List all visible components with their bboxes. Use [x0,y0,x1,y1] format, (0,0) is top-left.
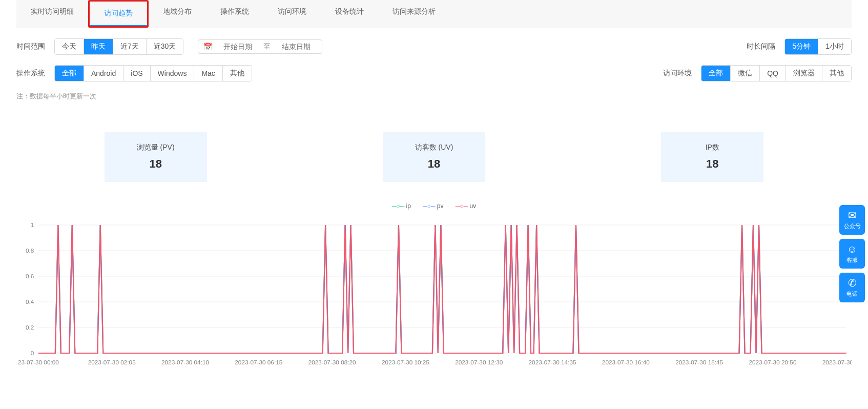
wechat-icon: ✉ [848,210,857,220]
time-range-btn-0[interactable]: 今天 [55,39,84,54]
svg-text:0.2: 0.2 [26,324,34,331]
date-end-input[interactable] [276,42,317,51]
tab-2[interactable]: 地域分布 [149,0,206,28]
svg-text:2023-07-30 14:35: 2023-07-30 14:35 [529,359,576,365]
interval-group: 5分钟1小时 [784,38,852,55]
stat-ip: IP数 18 [661,132,763,182]
tab-0[interactable]: 实时访问明细 [16,0,88,28]
tab-5[interactable]: 设备统计 [321,0,378,28]
time-range-label: 时间范围 [16,42,45,51]
legend-ip[interactable]: ─○─ ip [392,202,412,210]
interval-label: 时长间隔 [747,42,775,51]
env-btn-3[interactable]: 浏览器 [786,66,822,81]
tab-3[interactable]: 操作系统 [206,0,263,28]
stat-pv-value: 18 [110,157,202,171]
env-btn-0[interactable]: 全部 [701,66,731,81]
time-range-btn-2[interactable]: 近7天 [113,39,147,54]
env-btn-1[interactable]: 微信 [731,66,760,81]
svg-text:0.8: 0.8 [26,248,34,254]
svg-text:2023-07-30 10:25: 2023-07-30 10:25 [382,359,429,365]
interval-btn-1[interactable]: 1小时 [818,39,851,54]
date-range-picker[interactable]: 📅 至 [198,39,322,54]
svg-text:0: 0 [31,350,34,356]
tab-4[interactable]: 访问环境 [263,0,321,28]
float-kf-button[interactable]: ☺ 客服 [839,239,865,269]
stat-row: 浏览量 (PV) 18 访客数 (UV) 18 IP数 18 [16,132,852,182]
phone-icon: ✆ [848,278,857,288]
os-btn-5[interactable]: 其他 [223,66,252,81]
svg-text:0.4: 0.4 [26,299,34,305]
os-btn-4[interactable]: Mac [194,66,222,81]
filter-row-2: 操作系统 全部AndroidiOSWindowsMac其他 访问环境 全部微信Q… [16,65,852,81]
os-btn-2[interactable]: iOS [123,66,150,81]
date-sep: 至 [263,42,271,51]
float-buttons: ✉ 公众号 ☺ 客服 ✆ 电话 [839,205,865,302]
os-btn-3[interactable]: Windows [151,66,195,81]
legend-pv[interactable]: ─○─ pv [423,202,445,210]
svg-text:2023-07-30 16:40: 2023-07-30 16:40 [602,359,650,365]
legend-uv[interactable]: ─○─ uv [456,202,476,210]
stat-pv-label: 浏览量 (PV) [110,143,202,152]
svg-text:2023-07-30 20:50: 2023-07-30 20:50 [749,359,796,365]
stat-pv: 浏览量 (PV) 18 [105,132,207,182]
tab-6[interactable]: 访问来源分析 [378,0,450,28]
calendar-icon: 📅 [203,43,212,51]
svg-text:23-07-30 00:00: 23-07-30 00:00 [18,359,59,365]
stat-uv-value: 18 [388,157,480,171]
svg-text:2023-07-30 12:30: 2023-07-30 12:30 [455,359,503,365]
top-tabs: 实时访问明细访问趋势地域分布操作系统访问环境设备统计访问来源分析 [16,0,852,28]
stat-uv: 访客数 (UV) 18 [383,132,485,182]
time-range-btn-3[interactable]: 近30天 [147,39,183,54]
os-btn-1[interactable]: Android [84,66,123,81]
svg-text:2023-07-30 06:15: 2023-07-30 06:15 [235,359,282,365]
stat-uv-label: 访客数 (UV) [388,143,480,152]
os-btn-0[interactable]: 全部 [55,66,84,81]
stat-ip-value: 18 [666,157,758,171]
env-label: 访问环境 [663,69,692,78]
trend-chart: 00.20.40.60.8123-07-30 00:002023-07-30 0… [16,220,852,370]
svg-text:2023-07-30 02:05: 2023-07-30 02:05 [88,359,136,365]
os-group: 全部AndroidiOSWindowsMac其他 [54,65,252,81]
time-range-group: 今天昨天近7天近30天 [54,38,183,55]
svg-text:2023-07-30 08:20: 2023-07-30 08:20 [308,359,356,365]
float-tel-button[interactable]: ✆ 电话 [839,273,865,302]
svg-text:1: 1 [31,222,34,228]
svg-text:2023-07-30 18:45: 2023-07-30 18:45 [675,359,723,365]
interval-btn-0[interactable]: 5分钟 [785,39,818,54]
tab-1[interactable]: 访问趋势 [90,2,147,26]
stat-ip-label: IP数 [666,143,758,152]
svg-text:2023-07-30 04:10: 2023-07-30 04:10 [161,359,209,365]
svg-text:2023-07-30 22:55: 2023-07-30 22:55 [822,359,852,365]
time-range-btn-1[interactable]: 昨天 [84,39,113,54]
update-note: 注：数据每半小时更新一次 [16,92,852,101]
date-start-input[interactable] [217,42,258,51]
env-group: 全部微信QQ浏览器其他 [701,65,852,81]
filter-row-1: 时间范围 今天昨天近7天近30天 📅 至 时长间隔 5分钟1小时 [16,38,852,55]
env-btn-2[interactable]: QQ [760,66,786,81]
support-icon: ☺ [847,244,857,254]
svg-text:0.6: 0.6 [26,273,34,279]
env-btn-4[interactable]: 其他 [822,66,851,81]
chart-legend: ─○─ ip ─○─ pv ─○─ uv [0,202,868,210]
os-label: 操作系统 [16,69,45,78]
float-gzh-button[interactable]: ✉ 公众号 [839,205,865,235]
